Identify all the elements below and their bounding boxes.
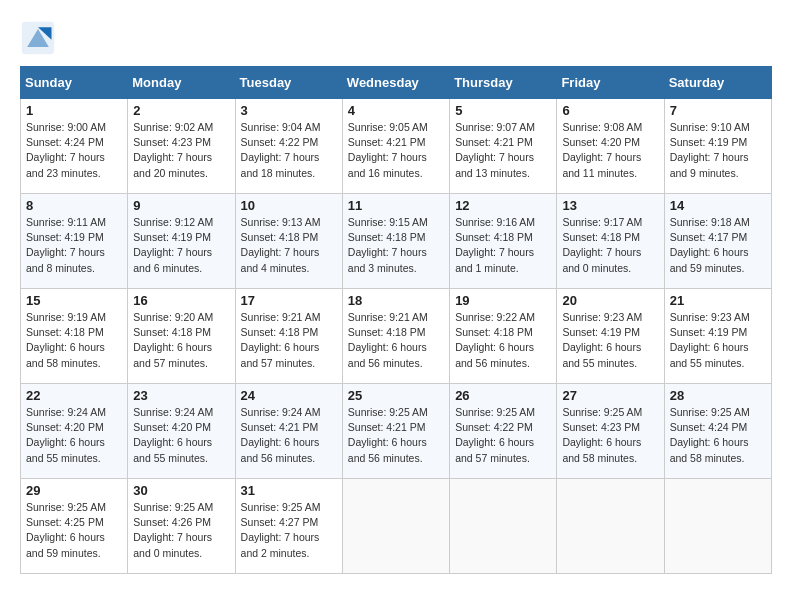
day-info: Sunrise: 9:25 AMSunset: 4:26 PMDaylight:… <box>133 501 213 559</box>
calendar-header-row: SundayMondayTuesdayWednesdayThursdayFrid… <box>21 67 772 99</box>
calendar-day-cell: 15 Sunrise: 9:19 AMSunset: 4:18 PMDaylig… <box>21 289 128 384</box>
calendar-day-cell: 21 Sunrise: 9:23 AMSunset: 4:19 PMDaylig… <box>664 289 771 384</box>
empty-cell <box>664 479 771 574</box>
calendar-day-header: Sunday <box>21 67 128 99</box>
calendar-week-row: 29 Sunrise: 9:25 AMSunset: 4:25 PMDaylig… <box>21 479 772 574</box>
day-info: Sunrise: 9:16 AMSunset: 4:18 PMDaylight:… <box>455 216 535 274</box>
day-info: Sunrise: 9:07 AMSunset: 4:21 PMDaylight:… <box>455 121 535 179</box>
day-info: Sunrise: 9:22 AMSunset: 4:18 PMDaylight:… <box>455 311 535 369</box>
calendar-day-cell: 29 Sunrise: 9:25 AMSunset: 4:25 PMDaylig… <box>21 479 128 574</box>
day-number: 4 <box>348 103 444 118</box>
calendar-day-cell: 24 Sunrise: 9:24 AMSunset: 4:21 PMDaylig… <box>235 384 342 479</box>
day-info: Sunrise: 9:08 AMSunset: 4:20 PMDaylight:… <box>562 121 642 179</box>
day-info: Sunrise: 9:21 AMSunset: 4:18 PMDaylight:… <box>348 311 428 369</box>
day-info: Sunrise: 9:15 AMSunset: 4:18 PMDaylight:… <box>348 216 428 274</box>
day-info: Sunrise: 9:24 AMSunset: 4:21 PMDaylight:… <box>241 406 321 464</box>
calendar-day-cell: 17 Sunrise: 9:21 AMSunset: 4:18 PMDaylig… <box>235 289 342 384</box>
day-number: 20 <box>562 293 658 308</box>
calendar-day-cell: 30 Sunrise: 9:25 AMSunset: 4:26 PMDaylig… <box>128 479 235 574</box>
day-number: 28 <box>670 388 766 403</box>
day-info: Sunrise: 9:23 AMSunset: 4:19 PMDaylight:… <box>562 311 642 369</box>
day-number: 30 <box>133 483 229 498</box>
day-info: Sunrise: 9:18 AMSunset: 4:17 PMDaylight:… <box>670 216 750 274</box>
day-number: 31 <box>241 483 337 498</box>
day-info: Sunrise: 9:12 AMSunset: 4:19 PMDaylight:… <box>133 216 213 274</box>
calendar-day-cell: 7 Sunrise: 9:10 AMSunset: 4:19 PMDayligh… <box>664 99 771 194</box>
day-number: 17 <box>241 293 337 308</box>
day-number: 1 <box>26 103 122 118</box>
day-number: 18 <box>348 293 444 308</box>
calendar-day-cell: 12 Sunrise: 9:16 AMSunset: 4:18 PMDaylig… <box>450 194 557 289</box>
calendar-day-header: Thursday <box>450 67 557 99</box>
day-number: 10 <box>241 198 337 213</box>
day-info: Sunrise: 9:19 AMSunset: 4:18 PMDaylight:… <box>26 311 106 369</box>
calendar-day-header: Tuesday <box>235 67 342 99</box>
calendar-day-cell: 22 Sunrise: 9:24 AMSunset: 4:20 PMDaylig… <box>21 384 128 479</box>
calendar-week-row: 15 Sunrise: 9:19 AMSunset: 4:18 PMDaylig… <box>21 289 772 384</box>
empty-cell <box>450 479 557 574</box>
calendar-day-cell: 31 Sunrise: 9:25 AMSunset: 4:27 PMDaylig… <box>235 479 342 574</box>
calendar-week-row: 1 Sunrise: 9:00 AMSunset: 4:24 PMDayligh… <box>21 99 772 194</box>
empty-cell <box>557 479 664 574</box>
calendar-day-header: Saturday <box>664 67 771 99</box>
calendar-day-cell: 4 Sunrise: 9:05 AMSunset: 4:21 PMDayligh… <box>342 99 449 194</box>
day-number: 23 <box>133 388 229 403</box>
day-info: Sunrise: 9:10 AMSunset: 4:19 PMDaylight:… <box>670 121 750 179</box>
calendar-day-cell: 18 Sunrise: 9:21 AMSunset: 4:18 PMDaylig… <box>342 289 449 384</box>
calendar-day-cell: 19 Sunrise: 9:22 AMSunset: 4:18 PMDaylig… <box>450 289 557 384</box>
empty-cell <box>342 479 449 574</box>
day-number: 5 <box>455 103 551 118</box>
day-number: 26 <box>455 388 551 403</box>
calendar-day-header: Wednesday <box>342 67 449 99</box>
day-info: Sunrise: 9:04 AMSunset: 4:22 PMDaylight:… <box>241 121 321 179</box>
day-number: 21 <box>670 293 766 308</box>
calendar-day-cell: 9 Sunrise: 9:12 AMSunset: 4:19 PMDayligh… <box>128 194 235 289</box>
calendar-day-cell: 2 Sunrise: 9:02 AMSunset: 4:23 PMDayligh… <box>128 99 235 194</box>
calendar-day-header: Friday <box>557 67 664 99</box>
calendar-day-header: Monday <box>128 67 235 99</box>
day-number: 14 <box>670 198 766 213</box>
calendar-day-cell: 25 Sunrise: 9:25 AMSunset: 4:21 PMDaylig… <box>342 384 449 479</box>
day-info: Sunrise: 9:25 AMSunset: 4:25 PMDaylight:… <box>26 501 106 559</box>
day-number: 22 <box>26 388 122 403</box>
day-number: 29 <box>26 483 122 498</box>
calendar-table: SundayMondayTuesdayWednesdayThursdayFrid… <box>20 66 772 574</box>
calendar-day-cell: 3 Sunrise: 9:04 AMSunset: 4:22 PMDayligh… <box>235 99 342 194</box>
calendar-day-cell: 5 Sunrise: 9:07 AMSunset: 4:21 PMDayligh… <box>450 99 557 194</box>
day-info: Sunrise: 9:13 AMSunset: 4:18 PMDaylight:… <box>241 216 321 274</box>
logo <box>20 20 60 56</box>
day-info: Sunrise: 9:20 AMSunset: 4:18 PMDaylight:… <box>133 311 213 369</box>
calendar-week-row: 22 Sunrise: 9:24 AMSunset: 4:20 PMDaylig… <box>21 384 772 479</box>
day-info: Sunrise: 9:25 AMSunset: 4:23 PMDaylight:… <box>562 406 642 464</box>
day-number: 15 <box>26 293 122 308</box>
calendar-day-cell: 11 Sunrise: 9:15 AMSunset: 4:18 PMDaylig… <box>342 194 449 289</box>
day-number: 3 <box>241 103 337 118</box>
day-info: Sunrise: 9:25 AMSunset: 4:27 PMDaylight:… <box>241 501 321 559</box>
day-info: Sunrise: 9:17 AMSunset: 4:18 PMDaylight:… <box>562 216 642 274</box>
day-info: Sunrise: 9:23 AMSunset: 4:19 PMDaylight:… <box>670 311 750 369</box>
day-info: Sunrise: 9:05 AMSunset: 4:21 PMDaylight:… <box>348 121 428 179</box>
calendar-day-cell: 10 Sunrise: 9:13 AMSunset: 4:18 PMDaylig… <box>235 194 342 289</box>
day-number: 19 <box>455 293 551 308</box>
calendar-day-cell: 16 Sunrise: 9:20 AMSunset: 4:18 PMDaylig… <box>128 289 235 384</box>
day-number: 8 <box>26 198 122 213</box>
page-header <box>20 20 772 56</box>
day-info: Sunrise: 9:02 AMSunset: 4:23 PMDaylight:… <box>133 121 213 179</box>
calendar-day-cell: 28 Sunrise: 9:25 AMSunset: 4:24 PMDaylig… <box>664 384 771 479</box>
day-number: 12 <box>455 198 551 213</box>
day-number: 9 <box>133 198 229 213</box>
calendar-day-cell: 8 Sunrise: 9:11 AMSunset: 4:19 PMDayligh… <box>21 194 128 289</box>
calendar-day-cell: 26 Sunrise: 9:25 AMSunset: 4:22 PMDaylig… <box>450 384 557 479</box>
day-number: 24 <box>241 388 337 403</box>
day-number: 25 <box>348 388 444 403</box>
calendar-day-cell: 23 Sunrise: 9:24 AMSunset: 4:20 PMDaylig… <box>128 384 235 479</box>
day-number: 16 <box>133 293 229 308</box>
day-number: 13 <box>562 198 658 213</box>
day-number: 27 <box>562 388 658 403</box>
calendar-day-cell: 14 Sunrise: 9:18 AMSunset: 4:17 PMDaylig… <box>664 194 771 289</box>
day-info: Sunrise: 9:25 AMSunset: 4:22 PMDaylight:… <box>455 406 535 464</box>
logo-icon <box>20 20 56 56</box>
calendar-day-cell: 20 Sunrise: 9:23 AMSunset: 4:19 PMDaylig… <box>557 289 664 384</box>
calendar-day-cell: 27 Sunrise: 9:25 AMSunset: 4:23 PMDaylig… <box>557 384 664 479</box>
calendar-day-cell: 6 Sunrise: 9:08 AMSunset: 4:20 PMDayligh… <box>557 99 664 194</box>
